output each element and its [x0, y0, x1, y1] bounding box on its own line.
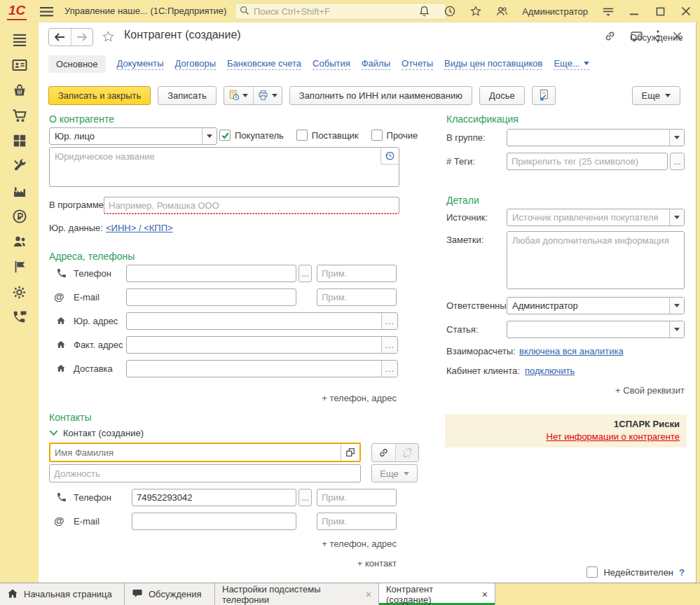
unlink-contact-icon[interactable] — [395, 444, 418, 461]
create-based-on-icon[interactable] — [224, 87, 253, 104]
toolbar-more-button[interactable]: Еще — [632, 86, 680, 105]
supplier-checkbox-box[interactable] — [296, 130, 308, 141]
tab-reports[interactable]: Отчеты — [402, 58, 433, 70]
tags-input[interactable] — [507, 153, 668, 170]
search-input[interactable] — [254, 6, 441, 17]
sidebar-item-marketing[interactable] — [11, 258, 28, 275]
sidebar-item-production[interactable] — [11, 183, 28, 200]
sidebar-item-works[interactable] — [11, 158, 28, 174]
contact-group-toggle[interactable]: Контакт (создание) — [49, 428, 144, 438]
taskbar-tab-home[interactable]: Начальная страница — [0, 583, 125, 605]
settlements-link[interactable]: включена вся аналитика — [519, 346, 624, 356]
article-select[interactable] — [507, 321, 685, 338]
taskbar-tab-counterparty[interactable]: Контрагент (создание) × — [379, 583, 495, 605]
users-icon[interactable] — [495, 4, 509, 18]
maximize-icon[interactable] — [653, 4, 667, 18]
in-program-input[interactable] — [104, 197, 399, 214]
checkbox-other[interactable]: Прочие — [371, 130, 418, 141]
checkbox-supplier[interactable]: Поставщик — [296, 130, 359, 141]
save-button[interactable]: Записать — [158, 86, 217, 105]
tab-main[interactable]: Основное — [48, 55, 106, 73]
notes-textarea[interactable] — [507, 231, 685, 289]
chevron-down-icon[interactable] — [669, 209, 684, 225]
tags-select-button[interactable]: ... — [670, 153, 685, 170]
contact-email-input[interactable] — [132, 513, 296, 530]
sidebar-item-settings-gear-icon[interactable] — [11, 284, 28, 300]
sidebar-item-crm[interactable] — [11, 57, 28, 74]
phone-select-button[interactable]: ... — [298, 265, 312, 282]
chevron-down-icon[interactable] — [669, 298, 684, 314]
actual-address-select-button[interactable]: ... — [381, 337, 397, 353]
tab-documents[interactable]: Документы — [117, 58, 164, 70]
group-select[interactable] — [507, 129, 685, 146]
global-search[interactable] — [235, 3, 446, 20]
contact-phone-input[interactable] — [132, 489, 296, 506]
minimize-icon[interactable] — [627, 4, 641, 18]
delivery-input[interactable] — [127, 361, 381, 377]
load-data-icon[interactable] — [532, 86, 556, 105]
favorite-star-icon[interactable] — [102, 30, 115, 46]
chevron-down-icon[interactable] — [202, 128, 217, 144]
contact-phone-note-input[interactable] — [317, 489, 397, 506]
discussion-button[interactable]: Обсуждение — [630, 30, 643, 45]
contact-email-note-input[interactable] — [317, 513, 397, 530]
get-link-icon[interactable] — [603, 29, 617, 45]
delivery-select-button[interactable]: ... — [381, 361, 397, 377]
sidebar-item-telephony[interactable] — [11, 309, 28, 326]
main-menu-icon[interactable] — [39, 5, 53, 19]
close-tab-icon[interactable]: × — [482, 589, 488, 600]
notifications-bell-icon[interactable] — [417, 4, 431, 18]
tab-supplier-prices[interactable]: Виды цен поставщиков — [444, 58, 542, 70]
source-select[interactable]: Источник привлечения покупателя — [507, 209, 685, 226]
legal-address-select-button[interactable]: ... — [381, 313, 397, 329]
name-history-icon[interactable] — [380, 148, 399, 165]
phone-note-input[interactable] — [317, 265, 397, 282]
actual-address-input[interactable] — [127, 337, 381, 353]
legal-address-input[interactable] — [127, 313, 381, 329]
tab-contracts[interactable]: Договоры — [175, 58, 216, 70]
sidebar-item-menu[interactable] — [11, 32, 28, 48]
counterparty-type-select[interactable]: Юр. лицо — [49, 127, 217, 145]
forward-button[interactable] — [71, 29, 93, 46]
tab-more[interactable]: Еще... — [554, 58, 589, 70]
add-custom-attribute-link[interactable]: + Свой реквизит — [446, 385, 685, 396]
help-question-link[interactable]: ? — [679, 567, 685, 578]
add-phone-address-link[interactable]: + телефон, адрес — [270, 393, 397, 403]
close-tab-icon[interactable]: × — [366, 589, 371, 600]
back-button[interactable] — [49, 29, 71, 46]
sidebar-item-money[interactable] — [11, 208, 28, 225]
save-and-close-button[interactable]: Записать и закрыть — [48, 86, 151, 105]
cabinet-connect-link[interactable]: подключить — [525, 366, 575, 376]
tab-bank-accounts[interactable]: Банковские счета — [227, 58, 301, 70]
checkbox-buyer[interactable]: Покупатель — [219, 130, 284, 141]
sidebar-item-purchases[interactable] — [11, 82, 28, 99]
contact-more-button[interactable]: Еще — [371, 464, 418, 482]
email-note-input[interactable] — [317, 288, 397, 306]
sidebar-item-sales[interactable] — [11, 107, 28, 124]
dossier-button[interactable]: Досье — [479, 86, 525, 105]
link-contact-icon[interactable] — [372, 444, 395, 461]
chevron-down-icon[interactable] — [669, 321, 684, 338]
current-user[interactable]: Администратор — [522, 6, 588, 17]
chevron-down-icon[interactable] — [669, 130, 684, 146]
phone-input[interactable] — [126, 265, 296, 282]
print-icon[interactable] — [253, 87, 282, 104]
email-input[interactable] — [126, 288, 296, 306]
taskbar-tab-discussions[interactable]: Обсуждения — [125, 583, 215, 605]
spark-no-info-link[interactable]: Нет информации о контрагенте — [547, 431, 680, 442]
contact-phone-select-button[interactable]: ... — [298, 489, 312, 506]
service-menu-icon[interactable] — [601, 4, 615, 18]
legal-name-textarea[interactable] — [49, 147, 399, 187]
add-contact-phone-link[interactable]: + телефон, адрес — [270, 538, 397, 549]
close-window-icon[interactable] — [679, 4, 693, 18]
other-checkbox-box[interactable] — [371, 130, 383, 141]
sidebar-item-staff[interactable] — [11, 233, 28, 250]
buyer-checkbox-box[interactable] — [219, 130, 231, 141]
contact-name-input[interactable] — [50, 444, 341, 461]
tab-events[interactable]: События — [313, 58, 350, 70]
history-icon[interactable] — [443, 4, 457, 18]
sidebar-item-company[interactable] — [11, 132, 28, 149]
inn-kpp-link[interactable]: <ИНН> / <КПП> — [106, 223, 173, 233]
tab-files[interactable]: Файлы — [362, 58, 390, 70]
fill-by-inn-button[interactable]: Заполнить по ИНН или наименованию — [289, 86, 472, 105]
